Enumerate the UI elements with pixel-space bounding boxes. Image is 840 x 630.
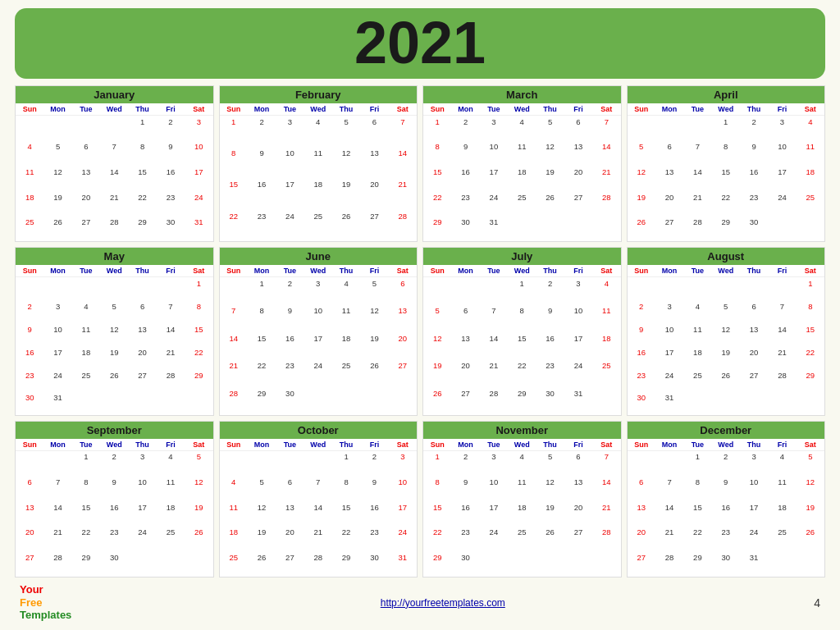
day-cell: 12 [360,305,388,332]
day-cell: 15 [508,332,536,359]
month-title-february: February [220,86,418,103]
day-cell: 8 [185,300,212,323]
footer-url[interactable]: http://yourfreetemplates.com [381,597,505,609]
month-block-july: JulySunMonTueWedThuFriSat123456789101112… [422,247,622,415]
month-title-july: July [423,248,621,265]
day-headers: SunMonTueWedThuFriSat [220,265,418,277]
day-cell: 5 [628,141,655,167]
day-header-fri: Fri [564,439,592,450]
day-cell: 11 [508,141,536,167]
day-headers: SunMonTueWedThuFriSat [628,439,825,451]
day-header-mon: Mon [655,439,683,450]
day-header-sun: Sun [423,439,451,450]
month-block-february: FebruarySunMonTueWedThuFriSat12345678910… [219,85,418,242]
day-cell: 28 [655,552,683,578]
day-cell: 8 [128,141,156,167]
day-cell: 18 [72,346,100,369]
day-cell: 2 [276,277,304,304]
day-cell: 9 [157,141,185,167]
day-header-sat: Sat [185,439,212,450]
day-header-sun: Sun [423,103,451,115]
day-cell: 6 [564,116,592,141]
day-header-sun: Sun [220,265,248,276]
day-cell: 12 [100,323,128,346]
month-title-november: November [423,422,621,439]
day-cell: 27 [128,369,156,392]
day-cell: 12 [536,476,564,501]
day-cell: 22 [72,527,100,552]
empty-cell [72,277,100,300]
day-header-fri: Fri [157,103,185,115]
empty-cell [16,277,43,300]
day-cell: 18 [508,166,536,191]
day-header-fri: Fri [360,439,388,450]
day-cell: 28 [100,217,128,242]
day-cell: 4 [72,300,100,323]
day-header-wed: Wed [508,265,536,276]
day-cell: 19 [43,191,71,217]
day-cell: 28 [480,387,508,414]
empty-cell [43,451,71,477]
day-cell: 8 [248,305,276,332]
footer: Your Free Templates http://yourfreetempl… [15,580,825,623]
day-cell: 2 [100,451,128,477]
day-headers: SunMonTueWedThuFriSat [423,265,621,277]
day-header-fri: Fri [564,103,592,115]
day-headers: SunMonTueWedThuFriSat [628,103,825,116]
day-cell: 7 [592,116,620,141]
month-title-december: December [628,422,825,439]
empty-cell [740,277,768,300]
day-cell: 10 [740,476,768,501]
day-cell: 27 [276,552,304,578]
day-cell: 23 [100,527,128,552]
day-cell: 27 [628,552,655,578]
day-cell: 23 [536,360,564,387]
day-cell: 16 [248,179,276,210]
day-cell: 2 [451,116,479,141]
day-cell: 2 [451,451,479,477]
day-headers: SunMonTueWedThuFriSat [220,103,418,116]
day-cell: 26 [628,217,655,242]
day-cell: 2 [536,277,564,304]
day-header-tue: Tue [276,103,304,115]
day-cell: 5 [100,300,128,323]
day-header-fri: Fri [360,103,388,115]
day-header-wed: Wed [508,103,536,115]
empty-cell [72,116,100,141]
day-cell: 11 [72,323,100,346]
day-header-tue: Tue [276,265,304,276]
day-cell: 8 [508,305,536,332]
day-header-sat: Sat [592,103,620,115]
year-title: 2021 [15,13,825,72]
month-title-october: October [220,422,418,439]
days-grid: 1234567891011121314151617181920212223242… [16,277,213,414]
day-cell: 18 [797,166,824,191]
year-header: 2021 [15,8,825,79]
day-header-wed: Wed [304,103,332,115]
day-cell: 7 [768,300,796,323]
day-header-sun: Sun [16,265,43,276]
day-cell: 29 [712,217,740,242]
day-cell: 14 [100,166,128,191]
day-header-tue: Tue [683,103,711,115]
day-cell: 12 [628,166,655,191]
day-headers: SunMonTueWedThuFriSat [16,439,213,451]
day-cell: 8 [423,476,451,501]
day-cell: 6 [740,300,768,323]
day-cell: 25 [16,217,43,242]
day-cell: 3 [480,116,508,141]
day-cell: 5 [43,141,71,167]
day-headers: SunMonTueWedThuFriSat [423,439,621,451]
day-cell: 16 [628,346,655,369]
day-cell: 5 [536,451,564,477]
day-cell: 4 [592,277,620,304]
day-cell: 16 [740,166,768,191]
day-cell: 24 [480,527,508,552]
day-cell: 4 [508,116,536,141]
day-cell: 16 [360,501,388,527]
day-cell: 13 [564,476,592,501]
empty-cell [220,451,248,477]
day-header-fri: Fri [768,439,796,450]
day-cell: 27 [564,191,592,217]
day-header-sat: Sat [389,439,417,450]
